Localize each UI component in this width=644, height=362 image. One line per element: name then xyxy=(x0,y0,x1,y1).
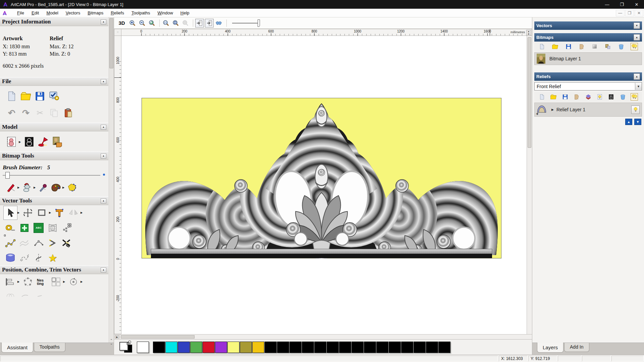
colour-swatch-23[interactable] xyxy=(426,342,438,353)
align-vectors-button[interactable] xyxy=(3,275,17,289)
bitmaps-collapse-button[interactable]: ▲ xyxy=(634,34,640,41)
open-relief-layer-button[interactable] xyxy=(550,93,557,101)
menu-item-reliefs[interactable]: Reliefs xyxy=(107,9,128,17)
zoom-1to1-button[interactable]: 1:1 xyxy=(162,19,170,27)
select-vectors-button[interactable] xyxy=(3,206,17,220)
colour-swatch-0[interactable] xyxy=(137,342,149,353)
bitmap-layer-row[interactable]: Bitmap Layer 1 xyxy=(534,52,642,65)
zoom-object-button[interactable] xyxy=(181,19,190,27)
scrollbar-thumb[interactable] xyxy=(121,335,195,339)
colour-swatch-22[interactable] xyxy=(414,342,426,353)
colour-swatch-17[interactable] xyxy=(352,342,364,353)
greyscale-preview-button[interactable] xyxy=(591,43,598,50)
colour-swatch-2[interactable] xyxy=(165,342,177,353)
import-relief-button[interactable] xyxy=(573,93,580,101)
collapse-button[interactable]: ▲ xyxy=(101,267,106,273)
save-bitmap-layer-button[interactable] xyxy=(565,43,572,50)
trim-vectors-button[interactable] xyxy=(60,236,74,250)
tab-toolpaths[interactable]: Toolpaths xyxy=(34,343,65,352)
mirror-vectors-button[interactable] xyxy=(66,206,80,220)
opacity-slider[interactable] xyxy=(232,19,264,27)
menu-item-window[interactable]: Window xyxy=(154,9,177,17)
cut-button[interactable]: ✂ xyxy=(33,106,47,120)
menu-item-edit[interactable]: Edit xyxy=(28,9,43,17)
set-model-size-button[interactable] xyxy=(5,135,19,149)
relief-greyscale-button[interactable] xyxy=(607,93,615,101)
restore-button[interactable]: ❐ xyxy=(614,0,629,9)
new-relief-layer-button[interactable] xyxy=(538,93,546,101)
colour-swatch-11[interactable] xyxy=(277,342,289,353)
colour-swatch-16[interactable] xyxy=(339,342,351,353)
tab-add-in[interactable]: Add In xyxy=(564,343,589,352)
scrollbar-thumb[interactable] xyxy=(528,37,531,148)
colour-swatch-21[interactable] xyxy=(401,342,413,353)
relief-layer-visibility-button[interactable] xyxy=(631,106,640,114)
flood-fill-button[interactable] xyxy=(21,181,34,194)
toggle-all-bitmaps-visibility-button[interactable] xyxy=(631,43,638,50)
close-button[interactable]: ✕ xyxy=(629,0,644,9)
tab-assistant[interactable]: Assistant xyxy=(1,343,33,353)
collapse-button[interactable]: ▲ xyxy=(101,154,106,159)
scrollbar-thumb[interactable] xyxy=(109,18,113,68)
relief-layer-row[interactable]: + ▶ Relief Layer 1 xyxy=(534,103,642,117)
load-image-button[interactable] xyxy=(50,135,64,149)
menu-item-vectors[interactable]: Vectors xyxy=(62,9,84,17)
slider-handle[interactable] xyxy=(5,172,10,179)
zoom-in-button[interactable] xyxy=(128,19,137,27)
create-arc-button[interactable] xyxy=(32,236,46,250)
block-copy-button[interactable] xyxy=(49,275,63,289)
new-bitmap-layer-button[interactable] xyxy=(538,43,546,50)
paste-button[interactable] xyxy=(61,106,75,120)
open-bitmap-layer-button[interactable] xyxy=(551,43,559,50)
reliefs-collapse-button[interactable]: ▲ xyxy=(634,73,640,80)
move-layer-up-button[interactable]: ▲ xyxy=(625,119,632,125)
menu-item-model[interactable]: Model xyxy=(43,9,62,17)
scroll-right-button[interactable]: ▶ xyxy=(115,335,119,339)
adjust-model-button[interactable] xyxy=(22,135,36,149)
mdi-close-button[interactable]: ✕ xyxy=(635,10,643,16)
canvas-vertical-scrollbar[interactable] xyxy=(527,36,532,334)
circular-copy-button[interactable] xyxy=(21,275,35,289)
canvas-horizontal-scrollbar[interactable]: ▶ xyxy=(114,334,532,339)
colour-swatch-8[interactable] xyxy=(240,342,252,353)
relief-preview-button[interactable] xyxy=(596,93,603,101)
zoom-previous-button[interactable] xyxy=(148,19,156,27)
paint-tool-button[interactable] xyxy=(5,181,17,194)
colour-swatch-1[interactable] xyxy=(153,342,165,353)
colour-swatch-12[interactable] xyxy=(289,342,302,353)
toggle-vector-visibility-button[interactable] xyxy=(205,19,214,27)
open-model-button[interactable] xyxy=(19,89,33,103)
rotate-copy-button[interactable] xyxy=(66,275,80,289)
measure-tool-button[interactable] xyxy=(3,221,17,235)
mdi-minimize-button[interactable]: — xyxy=(616,10,625,16)
redo-button[interactable]: ↷ xyxy=(19,106,33,120)
menu-item-toolpaths[interactable]: Toolpaths xyxy=(128,9,154,17)
brush-diameter-slider[interactable] xyxy=(3,172,105,180)
colour-swatch-15[interactable] xyxy=(327,342,339,353)
colour-swatch-9[interactable] xyxy=(252,342,264,353)
magic-wand-button[interactable] xyxy=(66,181,78,194)
colour-palette-button[interactable] xyxy=(50,181,62,194)
assistant-scrollbar[interactable]: ⌄⌄ xyxy=(109,17,114,343)
colour-swatch-6[interactable] xyxy=(215,342,227,353)
menu-item-help[interactable]: Help xyxy=(177,9,193,17)
fit-curve-button[interactable] xyxy=(17,251,32,265)
delete-relief-button[interactable] xyxy=(619,93,627,101)
delete-bitmap-button[interactable] xyxy=(618,43,625,50)
collapse-button[interactable]: ▲ xyxy=(101,198,106,203)
zoom-out-button[interactable] xyxy=(138,19,147,27)
colour-swatch-13[interactable] xyxy=(302,342,314,353)
scroll-down-button[interactable]: ⌄⌄ xyxy=(109,337,114,342)
vectors-filter-button[interactable]: ▼ xyxy=(634,22,640,29)
save-model-button[interactable] xyxy=(33,89,47,103)
colour-swatch-5[interactable] xyxy=(203,342,215,353)
rectangle-tool-button[interactable] xyxy=(35,206,49,220)
fillet-corner-button[interactable] xyxy=(46,236,60,250)
collapse-button[interactable]: ▲ xyxy=(101,125,106,130)
collapse-button[interactable]: ▲ xyxy=(101,19,106,24)
envelope-distort-button[interactable] xyxy=(46,221,60,235)
trim-group-button[interactable] xyxy=(17,289,32,297)
collapse-button[interactable]: ▲ xyxy=(101,79,106,84)
save-relief-layer-button[interactable] xyxy=(561,93,569,101)
relief-selector-dropdown[interactable]: Front Relief ▼ xyxy=(534,82,642,90)
